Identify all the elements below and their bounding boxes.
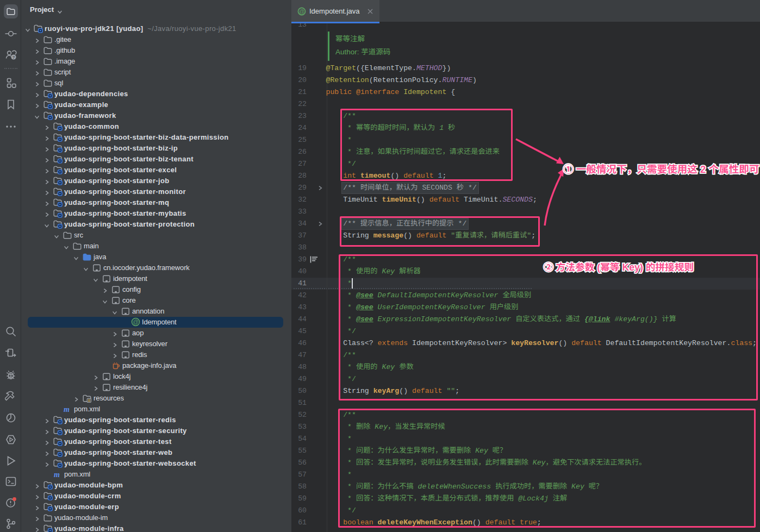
svg-text:@: @ [133, 318, 139, 325]
svg-text:m: m [64, 405, 70, 414]
svg-text:m: m [54, 471, 60, 479]
svg-text:@: @ [299, 9, 304, 15]
